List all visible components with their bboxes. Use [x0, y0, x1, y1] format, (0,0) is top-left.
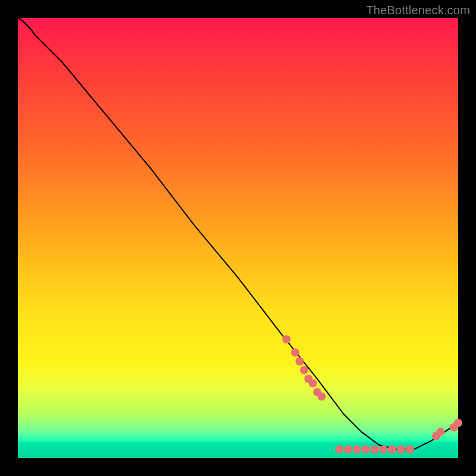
data-point: [362, 445, 370, 453]
curve-layer: [18, 18, 458, 458]
data-point: [309, 379, 317, 387]
data-point: [282, 335, 290, 343]
data-point: [388, 445, 396, 453]
data-point: [344, 445, 352, 453]
data-point: [300, 366, 308, 374]
watermark-text: TheBottleneck.com: [366, 4, 470, 17]
data-point: [318, 392, 326, 400]
data-point: [379, 445, 387, 453]
data-point: [353, 445, 361, 453]
plot-area: [18, 18, 458, 458]
data-point: [436, 428, 444, 436]
data-point: [291, 348, 299, 356]
data-points: [282, 335, 462, 453]
chart-canvas: TheBottleneck.com: [0, 0, 476, 476]
bottleneck-curve: [18, 18, 458, 449]
data-point: [296, 357, 304, 365]
data-point: [370, 445, 378, 453]
data-point: [335, 445, 343, 453]
data-point: [406, 445, 414, 453]
data-point: [397, 445, 405, 453]
data-point: [454, 419, 462, 427]
